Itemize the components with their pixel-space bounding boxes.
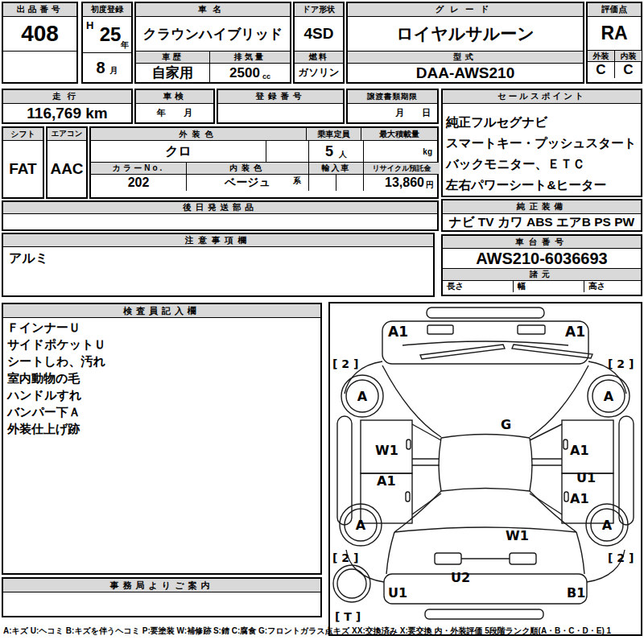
- displacement-label: 排気量: [210, 51, 290, 64]
- auction-number-value: 408: [3, 17, 76, 51]
- shift-value: FAT: [3, 141, 43, 197]
- damage-label-trunk: U2: [451, 570, 470, 585]
- registration-number-label: 登録番号: [218, 90, 343, 104]
- import-cell-left: [309, 175, 336, 191]
- trunk-right-edge: [576, 532, 584, 574]
- door-fuel-box: ドア形状 4SD 燃料 ガソリン: [293, 2, 345, 84]
- rating-box: 評価点 RA 外装 内装 C C: [586, 2, 642, 84]
- tire-tread-label-front-left: [ 2 ]: [332, 357, 358, 370]
- aircon-label: エアコン: [47, 128, 86, 141]
- payload-label: 最大積載量: [361, 128, 437, 140]
- transfer-docs-label: 譲渡書類期限: [348, 90, 437, 104]
- year-unit: 年: [121, 39, 129, 51]
- inspection-placeholder: 年 月: [136, 104, 213, 122]
- registration-number-box: 登録番号: [217, 89, 345, 124]
- spec-label: 諸元: [443, 268, 641, 281]
- capacity-label: 乗車定員: [307, 128, 361, 140]
- office-notice-box: 事務局よりご案内: [2, 577, 322, 617]
- rear-window-left-edge: [394, 491, 441, 532]
- headlight-right: [518, 325, 545, 334]
- interior-grade-value: C: [615, 62, 642, 78]
- import-cell-right: [336, 175, 363, 191]
- inspector-label: 検査員記入欄: [3, 304, 320, 318]
- damage-label-rear-window: W1: [506, 528, 529, 543]
- office-notice-label: 事務局よりご案内: [3, 579, 320, 592]
- exterior-color-label: 外装色: [91, 128, 307, 140]
- recycle-unit: 円: [426, 180, 434, 191]
- inspector-line: サイドポケットＵ: [7, 337, 316, 354]
- damage-label-rear-right: B1: [567, 585, 585, 601]
- damage-label-windshield: G: [501, 417, 511, 432]
- trunk-hinge-left: [435, 553, 461, 564]
- exterior-grade-label: 外装: [588, 51, 615, 61]
- model-code-label: 型式: [348, 51, 583, 64]
- displacement-value: 2500: [229, 65, 260, 81]
- roof-right-edge: [530, 438, 532, 491]
- damage-label-door-right-front: A1: [570, 443, 589, 458]
- registration-month: 8: [96, 59, 105, 77]
- wiper-right: [512, 345, 592, 358]
- wheel-grade-front-right: A: [604, 389, 614, 404]
- sales-points-label: セールスポイント: [443, 90, 641, 104]
- score-value: RA: [588, 17, 641, 50]
- inspector-line: ＦインナーＵ: [7, 320, 316, 337]
- auction-number-label: 出品番号: [3, 3, 76, 17]
- registration-year: 25: [100, 23, 122, 46]
- trunk-hinge-right: [510, 553, 536, 564]
- history-label: 車歴: [136, 51, 209, 64]
- sales-point-line: スマートキー・プッシュスタート: [446, 135, 638, 156]
- cowl-line: [402, 341, 568, 345]
- c-pillar-right: [530, 493, 562, 514]
- car-name-box: 車名 クラウンハイブリッド 車歴 自家用 排気量 2500 cc: [134, 2, 291, 84]
- headlight-left: [427, 325, 453, 334]
- roof-left-edge: [439, 438, 441, 491]
- history-value: 自家用: [136, 64, 209, 82]
- inspector-box: 検査員記入欄 ＦインナーＵ サイドポケットＵ シートしわ、汚れ 室内動物の毛 ハ…: [2, 303, 322, 575]
- height-label: 高さ: [584, 281, 641, 292]
- capacity-value: 5: [325, 143, 333, 160]
- notes-label: 注意事項欄: [3, 234, 433, 247]
- inspector-line: バンパー下Ａ: [7, 405, 316, 422]
- later-parts-box: 後日発送部品: [2, 200, 439, 231]
- aircon-value: AAC: [47, 141, 86, 197]
- notes-text: アルミ: [3, 247, 433, 295]
- inspection-box: 車検 年 月: [134, 89, 215, 124]
- equipment-items: ナビ TV カワ ABS エアB PS PW: [443, 214, 641, 231]
- auction-number-empty: [3, 51, 76, 82]
- door-handle-left-front: [407, 440, 411, 449]
- interior-color-suffix: 系: [293, 175, 301, 187]
- damage-label-quarter-right-bottom: A1: [570, 491, 589, 506]
- chassis-value: AWS210-6036693: [443, 249, 641, 268]
- color-no-value: 202: [91, 175, 187, 191]
- transfer-docs-box: 譲渡書類期限 月 日: [346, 89, 439, 124]
- damage-diagram-box: A1 A1 [ 2 ] [ 2 ] [ 2 ] [ 2 ] A A A A G …: [328, 302, 642, 636]
- windshield-right-edge: [530, 365, 588, 437]
- sales-point-line: 左右パワーシート&ヒーター: [446, 177, 638, 198]
- wheel-grade-front-left: A: [357, 389, 368, 404]
- spare-tire-inner: [337, 569, 366, 598]
- color-no-label: カラーNo.: [91, 163, 187, 174]
- inspector-line: シートしわ、汚れ: [7, 354, 316, 371]
- door-handle-right-rear: [564, 492, 568, 502]
- car-outline: [333, 308, 634, 619]
- side-sill-right: [619, 416, 634, 525]
- first-registration-label: 初度登録: [83, 3, 131, 17]
- capacity-unit: 人: [339, 149, 347, 160]
- inspector-line: ハンドルすれ: [7, 388, 316, 405]
- shift-box: シフト FAT: [2, 126, 44, 199]
- windshield-bottom-edge: [441, 435, 530, 439]
- aircon-box: エアコン AAC: [46, 126, 88, 199]
- front-bumper: [427, 308, 544, 318]
- mileage-box: 走行 116,769 km: [2, 89, 133, 124]
- recycle-label: リサイクル預託金: [364, 163, 440, 174]
- front-fascia: [382, 321, 588, 364]
- inspection-label: 車検: [136, 90, 213, 104]
- tire-tread-label-rear-left: [ 2 ]: [332, 551, 358, 564]
- chassis-box: 車台番号 AWS210-6036693 諸元 長さ 幅 高さ: [441, 234, 642, 296]
- equipment-box: 純正装備 ナビ TV カワ ABS エアB PS PW: [441, 199, 642, 232]
- transfer-docs-placeholder: 月 日: [348, 104, 437, 122]
- length-label: 長さ: [443, 281, 514, 292]
- exterior-color-value: クロ: [91, 141, 266, 162]
- later-parts-empty: [3, 214, 437, 229]
- damage-label-quarter-right-top: U1: [576, 470, 596, 485]
